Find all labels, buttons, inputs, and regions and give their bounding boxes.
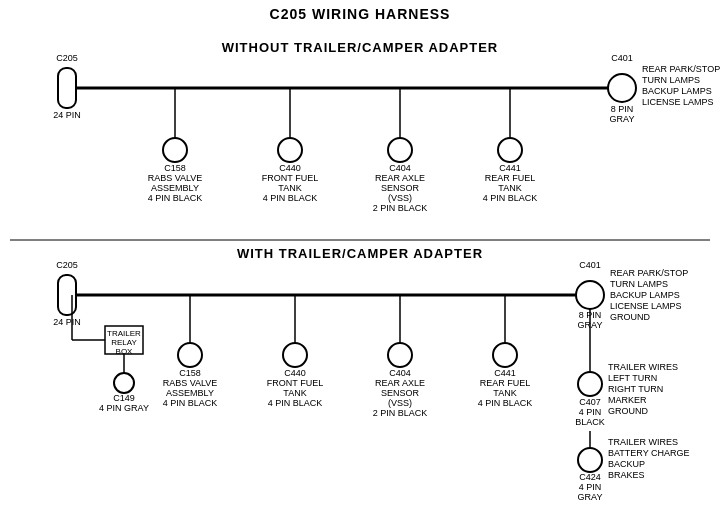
c440-desc2-s1: TANK (278, 183, 301, 193)
c401-connector-s2 (576, 281, 604, 309)
c149-pin-s2: 4 PIN GRAY (99, 403, 149, 413)
c149-label-s2: C149 (113, 393, 135, 403)
c401-color-s1: GRAY (610, 114, 635, 124)
c401-desc4-s1: LICENSE LAMPS (642, 97, 714, 107)
c401-desc2-s1: TURN LAMPS (642, 75, 700, 85)
c404-desc4-s1: 2 PIN BLACK (373, 203, 428, 213)
c404-desc4-s2: 2 PIN BLACK (373, 408, 428, 418)
c401-desc1-s1: REAR PARK/STOP (642, 64, 720, 74)
c441-label-s2: C441 (494, 368, 516, 378)
c440-label-s2: C440 (284, 368, 306, 378)
c404-desc3-s1: (VSS) (388, 193, 412, 203)
c404-desc1-s1: REAR AXLE (375, 173, 425, 183)
c424-pin-s2: 4 PIN (579, 482, 602, 492)
c424-desc2-s2: BATTERY CHARGE (608, 448, 690, 458)
c401-desc3-s1: BACKUP LAMPS (642, 86, 712, 96)
c404-label-s2: C404 (389, 368, 411, 378)
c407-pin-s2: 4 PIN (579, 407, 602, 417)
c441-desc1-s1: REAR FUEL (485, 173, 536, 183)
c158-desc2-s1: ASSEMBLY (151, 183, 199, 193)
c205-pin-s1: 24 PIN (53, 110, 81, 120)
c407-color-s2: BLACK (575, 417, 605, 427)
c158-label-s1: C158 (164, 163, 186, 173)
c424-color-s2: GRAY (578, 492, 603, 502)
c158-desc3-s2: 4 PIN BLACK (163, 398, 218, 408)
c441-desc3-s1: 4 PIN BLACK (483, 193, 538, 203)
c424-desc3-s2: BACKUP (608, 459, 645, 469)
c401-s2-desc4: LICENSE LAMPS (610, 301, 682, 311)
c401-pin-s1: 8 PIN (611, 104, 634, 114)
c205-connector-s1 (58, 68, 76, 108)
c404-desc2-s2: SENSOR (381, 388, 420, 398)
c424-desc1-s2: TRAILER WIRES (608, 437, 678, 447)
c441-connector-s1 (498, 138, 522, 162)
c149-connector-s2 (114, 373, 134, 393)
c440-connector-s2 (283, 343, 307, 367)
c441-desc2-s1: TANK (498, 183, 521, 193)
c404-connector-s2 (388, 343, 412, 367)
c205-label-s1: C205 (56, 53, 78, 63)
c441-desc1-s2: REAR FUEL (480, 378, 531, 388)
c441-desc3-s2: 4 PIN BLACK (478, 398, 533, 408)
c401-s2-desc2: TURN LAMPS (610, 279, 668, 289)
c404-desc1-s2: REAR AXLE (375, 378, 425, 388)
c158-connector-s2 (178, 343, 202, 367)
c440-connector-s1 (278, 138, 302, 162)
section2-title: WITH TRAILER/CAMPER ADAPTER (237, 246, 483, 261)
c440-desc3-s1: 4 PIN BLACK (263, 193, 318, 203)
c440-desc2-s2: TANK (283, 388, 306, 398)
c404-desc2-s1: SENSOR (381, 183, 420, 193)
c158-label-s2: C158 (179, 368, 201, 378)
c404-label-s1: C404 (389, 163, 411, 173)
trailer-relay-label1: TRAILER (107, 329, 141, 338)
c158-desc2-s2: ASSEMBLY (166, 388, 214, 398)
c407-connector-s2 (578, 372, 602, 396)
c404-desc3-s2: (VSS) (388, 398, 412, 408)
c441-desc2-s2: TANK (493, 388, 516, 398)
c407-desc2-s2: LEFT TURN (608, 373, 657, 383)
section1-title: WITHOUT TRAILER/CAMPER ADAPTER (222, 40, 499, 55)
c401-s2-desc3: BACKUP LAMPS (610, 290, 680, 300)
diagram-container: C205 WIRING HARNESS WITHOUT TRAILER/CAMP… (0, 0, 720, 517)
c401-label-s2: C401 (579, 260, 601, 270)
c401-s2-desc5: GROUND (610, 312, 650, 322)
c440-label-s1: C440 (279, 163, 301, 173)
c424-connector-s2 (578, 448, 602, 472)
c205-pin-s2: 24 PIN (53, 317, 81, 327)
c440-desc1-s1: FRONT FUEL (262, 173, 318, 183)
c441-connector-s2 (493, 343, 517, 367)
c158-connector-s1 (163, 138, 187, 162)
c407-desc4-s2: MARKER (608, 395, 647, 405)
c401-connector-s1 (608, 74, 636, 102)
c407-label-s2: C407 (579, 397, 601, 407)
c407-desc3-s2: RIGHT TURN (608, 384, 663, 394)
c404-connector-s1 (388, 138, 412, 162)
trailer-relay-label2: RELAY (111, 338, 137, 347)
c158-desc3-s1: 4 PIN BLACK (148, 193, 203, 203)
c205-label-s2: C205 (56, 260, 78, 270)
c401-label-s1: C401 (611, 53, 633, 63)
c158-desc1-s1: RABS VALVE (148, 173, 203, 183)
c440-desc3-s2: 4 PIN BLACK (268, 398, 323, 408)
c407-desc5-s2: GROUND (608, 406, 648, 416)
c401-s2-desc1: REAR PARK/STOP (610, 268, 688, 278)
c158-desc1-s2: RABS VALVE (163, 378, 218, 388)
c424-label-s2: C424 (579, 472, 601, 482)
c205-connector-s2 (58, 275, 76, 315)
c440-desc1-s2: FRONT FUEL (267, 378, 323, 388)
c424-desc4-s2: BRAKES (608, 470, 645, 480)
c441-label-s1: C441 (499, 163, 521, 173)
c407-desc1-s2: TRAILER WIRES (608, 362, 678, 372)
